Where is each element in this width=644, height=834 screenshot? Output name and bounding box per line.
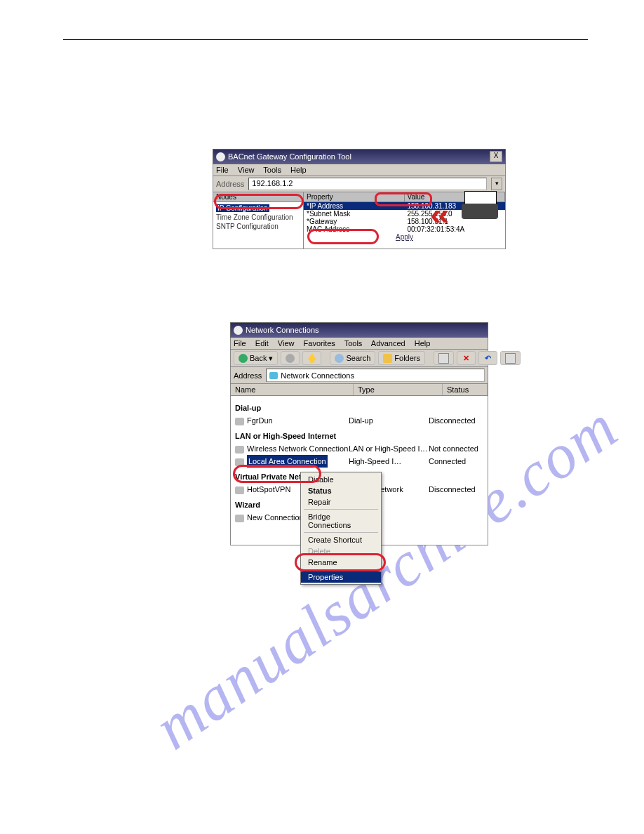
netconn-toolbar: Back ▾ Search Folders ✕ ↶ <box>230 350 488 367</box>
grid-icon <box>505 353 516 364</box>
delete-button[interactable]: ✕ <box>457 351 476 365</box>
properties-rows[interactable]: *IP Address 158.100.31.183 *Subnet Mask … <box>304 202 505 249</box>
node-sntp[interactable]: SNTP Configuration <box>216 222 300 231</box>
netconn-titlebar[interactable]: Network Connections <box>230 322 488 338</box>
val-gateway[interactable]: 158.100.31.1 <box>405 218 506 225</box>
col-name[interactable]: Name <box>231 384 354 395</box>
col-value: Value <box>405 192 506 201</box>
item-name: Wireless Network Connection <box>247 444 348 453</box>
menu-view[interactable]: View <box>238 166 255 174</box>
ctx-bridge[interactable]: Bridge Connections <box>301 511 381 531</box>
bacnet-menubar[interactable]: File View Tools Help <box>213 164 506 176</box>
delete-icon: ✕ <box>462 354 471 363</box>
ctx-shortcut[interactable]: Create Shortcut <box>301 534 381 545</box>
menu-view[interactable]: View <box>278 339 295 348</box>
list-item[interactable]: FgrDun Dial-up Disconnected <box>235 414 483 427</box>
menu-file[interactable]: File <box>234 339 246 348</box>
item-status <box>429 511 483 524</box>
nodes-panel: Nodes IP Configuration Time Zone Configu… <box>213 192 304 249</box>
search-label: Search <box>346 354 370 362</box>
item-status: Connected <box>429 455 483 468</box>
menu-tools[interactable]: Tools <box>263 166 281 174</box>
folders-label: Folders <box>394 354 420 362</box>
context-menu[interactable]: Disable Status Repair Bridge Connections… <box>300 472 382 585</box>
folders-icon <box>383 354 392 363</box>
node-ip-configuration[interactable]: IP Configuration <box>216 204 269 212</box>
address-input[interactable]: Network Connections <box>266 369 485 382</box>
menu-advanced[interactable]: Advanced <box>371 339 405 348</box>
ctx-properties[interactable]: Properties <box>301 571 381 583</box>
item-name: Local Area Connection <box>247 455 328 468</box>
bacnet-address-bar: Address 192.168.1.2 ▾ <box>213 176 506 192</box>
menu-help[interactable]: Help <box>415 339 431 348</box>
connection-icon <box>235 458 244 466</box>
netconn-app-icon <box>234 326 243 335</box>
val-subnet[interactable]: 255.255.255.0 <box>405 210 506 218</box>
views-icon <box>438 353 449 364</box>
ctx-rename[interactable]: Rename <box>301 557 381 568</box>
bacnet-window: BACnet Gateway Configuration Tool X File… <box>213 149 506 249</box>
connection-icon <box>235 446 244 454</box>
menu-file[interactable]: File <box>216 166 229 174</box>
forward-button[interactable] <box>281 351 300 365</box>
menu-help[interactable]: Help <box>290 166 307 174</box>
group-dialup: Dial-up <box>235 402 483 414</box>
ctx-separator <box>304 509 378 510</box>
address-value: Network Connections <box>281 371 354 380</box>
views-button[interactable] <box>434 351 454 365</box>
wizard-icon <box>235 515 244 522</box>
address-label: Address <box>216 180 244 188</box>
bacnet-app-icon <box>216 152 225 161</box>
nodes-tree[interactable]: IP Configuration Time Zone Configuration… <box>213 202 303 249</box>
netconn-address-bar: Address Network Connections <box>230 367 488 384</box>
address-dropdown-icon[interactable]: ▾ <box>491 178 502 190</box>
address-label: Address <box>234 371 262 380</box>
prop-mac: MAC Address <box>304 225 405 233</box>
back-label: Back <box>250 354 267 362</box>
close-button[interactable]: X <box>490 151 502 162</box>
undo-icon: ↶ <box>483 354 492 363</box>
col-type[interactable]: Type <box>354 384 443 395</box>
ctx-status[interactable]: Status <box>301 485 381 496</box>
up-icon <box>307 354 316 363</box>
val-mac: 00:07:32:01:53:4A <box>405 225 506 233</box>
ctx-separator <box>304 569 378 570</box>
list-item[interactable]: Wireless Network Connection LAN or High-… <box>235 442 483 455</box>
list-item-selected[interactable]: Local Area Connection High-Speed I… Conn… <box>235 455 483 468</box>
folders-button[interactable]: Folders <box>378 351 425 365</box>
item-type: LAN or High-Speed I… <box>349 442 429 455</box>
row-mac[interactable]: MAC Address 00:07:32:01:53:4A <box>304 225 505 233</box>
item-status: Not connected <box>429 442 483 455</box>
netconn-menubar[interactable]: File Edit View Favorites Tools Advanced … <box>230 338 488 350</box>
apply-link[interactable]: Apply <box>377 233 433 241</box>
address-input[interactable]: 192.168.1.2 <box>248 178 487 190</box>
bacnet-titlebar[interactable]: BACnet Gateway Configuration Tool X <box>213 149 506 164</box>
prop-ip-address: *IP Address <box>304 202 405 210</box>
properties-panel: Property Value *IP Address 158.100.31.18… <box>304 192 505 249</box>
back-button[interactable]: Back ▾ <box>234 351 278 365</box>
row-ip-address[interactable]: *IP Address 158.100.31.183 <box>304 202 505 210</box>
item-status: Disconnected <box>429 414 483 427</box>
connection-icon <box>235 486 244 494</box>
undo-button[interactable]: ↶ <box>478 351 497 365</box>
node-timezone[interactable]: Time Zone Configuration <box>216 213 300 222</box>
ctx-delete: Delete <box>301 545 381 557</box>
nodes-header: Nodes <box>213 192 303 202</box>
val-ip-address[interactable]: 158.100.31.183 <box>405 202 506 210</box>
back-icon <box>239 354 248 363</box>
up-button[interactable] <box>302 351 321 365</box>
forward-icon <box>286 354 295 363</box>
list-header[interactable]: Name Type Status <box>230 384 488 396</box>
col-status[interactable]: Status <box>443 384 488 395</box>
row-subnet[interactable]: *Subnet Mask 255.255.255.0 <box>304 210 505 218</box>
row-gateway[interactable]: *Gateway 158.100.31.1 <box>304 218 505 225</box>
menu-edit[interactable]: Edit <box>255 339 269 348</box>
connection-icon <box>235 418 244 425</box>
extra-button[interactable] <box>500 351 521 365</box>
menu-favorites[interactable]: Favorites <box>304 339 335 348</box>
ctx-repair[interactable]: Repair <box>301 496 381 508</box>
netconn-title: Network Connections <box>246 326 485 334</box>
ctx-disable[interactable]: Disable <box>301 474 381 485</box>
search-button[interactable]: Search <box>330 351 375 365</box>
menu-tools[interactable]: Tools <box>344 339 363 348</box>
